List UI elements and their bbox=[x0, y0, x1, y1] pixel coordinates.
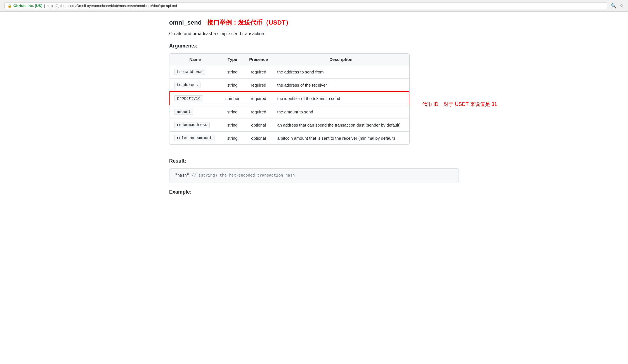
browser-chrome: 🔒 GitHub, Inc. [US] | https://github.com… bbox=[0, 0, 628, 12]
address-bar[interactable]: 🔒 GitHub, Inc. [US] | https://github.com… bbox=[4, 2, 607, 9]
code-comment: // (string) the hex-encoded transaction … bbox=[192, 173, 295, 178]
param-description: the address to send from bbox=[273, 65, 409, 78]
table-row: fromaddressstringrequiredthe address to … bbox=[170, 65, 409, 78]
page-header: omni_send 接口举例：发送代币（USDT） bbox=[169, 18, 459, 27]
col-type: Type bbox=[220, 54, 244, 65]
table-row: amountstringrequiredthe amount to send bbox=[170, 105, 409, 118]
param-type: string bbox=[220, 78, 244, 92]
param-presence: optional bbox=[244, 132, 273, 145]
param-type: string bbox=[220, 65, 244, 78]
propertyid-annotation: 代币 ID，对于 USDT 来说值是 31 bbox=[410, 101, 497, 108]
param-name: redeemaddress bbox=[174, 122, 210, 128]
code-block: "hash" // (string) the hex-encoded trans… bbox=[169, 168, 459, 182]
param-description: the amount to send bbox=[273, 105, 409, 118]
col-presence: Presence bbox=[244, 54, 273, 65]
table-row: referenceamountstringoptionala bitcoin a… bbox=[170, 132, 409, 145]
param-presence: required bbox=[244, 78, 273, 92]
result-label: Result: bbox=[169, 158, 459, 164]
param-presence: required bbox=[244, 105, 273, 118]
table-row: redeemaddressstringoptionalan address th… bbox=[170, 118, 409, 132]
arguments-table-wrapper: Name Type Presence Description fromaddre… bbox=[169, 53, 410, 145]
table-section: Name Type Presence Description fromaddre… bbox=[169, 53, 459, 151]
param-type: number bbox=[220, 92, 244, 105]
lock-icon: 🔒 bbox=[8, 4, 12, 8]
page-content: omni_send 接口举例：发送代币（USDT） Create and bro… bbox=[160, 12, 468, 206]
param-presence: optional bbox=[244, 118, 273, 132]
param-presence: required bbox=[244, 65, 273, 78]
param-type: string bbox=[220, 105, 244, 118]
annotation-text: 代币 ID，对于 USDT 来说值是 31 bbox=[422, 101, 497, 107]
param-description: the address of the receiver bbox=[273, 78, 409, 92]
param-description: an address that can spend the transactio… bbox=[273, 118, 409, 132]
table-header-row: Name Type Presence Description bbox=[170, 54, 409, 65]
example-label: Example: bbox=[169, 189, 459, 195]
param-description: the identifier of the tokens to send bbox=[273, 92, 409, 105]
table-row: toaddressstringrequiredthe address of th… bbox=[170, 78, 409, 92]
arguments-label: Arguments: bbox=[169, 43, 459, 49]
param-name: toaddress bbox=[174, 82, 200, 88]
arguments-table: Name Type Presence Description fromaddre… bbox=[169, 54, 409, 144]
function-name: omni_send bbox=[169, 19, 202, 26]
url-separator: | bbox=[44, 4, 45, 8]
code-hash: "hash" bbox=[175, 173, 192, 178]
site-info: GitHub, Inc. [US] bbox=[13, 4, 42, 8]
param-name: propertyid bbox=[174, 95, 203, 101]
bookmark-icon[interactable]: ☆ bbox=[620, 3, 624, 8]
url-path: https://github.com/OmniLayer/omnicore/bl… bbox=[47, 4, 177, 8]
param-description: a bitcoin amount that is sent to the rec… bbox=[273, 132, 409, 145]
param-name: fromaddress bbox=[174, 69, 205, 75]
browser-icons: 🔍 ☆ bbox=[611, 3, 624, 8]
col-name: Name bbox=[170, 54, 220, 65]
param-type: string bbox=[220, 118, 244, 132]
param-name: referenceamount bbox=[174, 135, 214, 141]
col-description: Description bbox=[273, 54, 409, 65]
description: Create and broadcast a simple send trans… bbox=[169, 31, 459, 36]
param-presence: required bbox=[244, 92, 273, 105]
param-type: string bbox=[220, 132, 244, 145]
param-name: amount bbox=[174, 109, 193, 115]
search-icon[interactable]: 🔍 bbox=[611, 3, 616, 8]
table-row: propertyidnumberrequiredthe identifier o… bbox=[170, 92, 409, 105]
chinese-title: 接口举例：发送代币（USDT） bbox=[207, 18, 292, 27]
